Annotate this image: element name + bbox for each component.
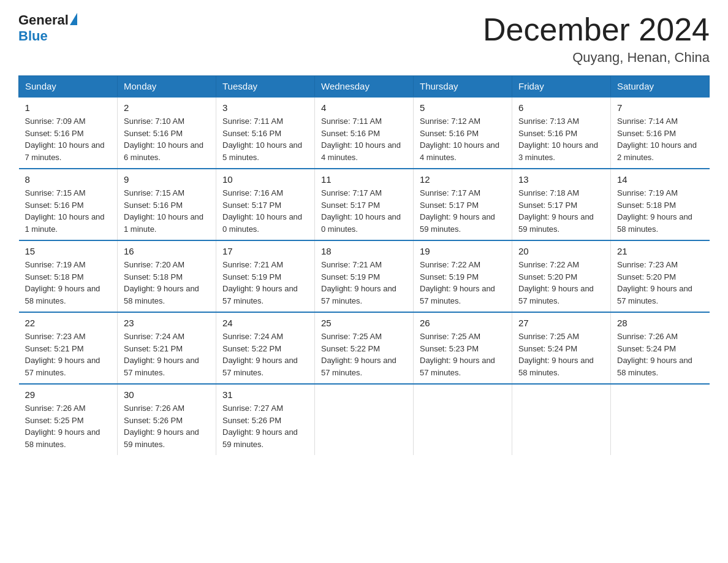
day-info: Sunrise: 7:14 AMSunset: 5:16 PMDaylight:… (617, 117, 697, 162)
calendar-cell: 3Sunrise: 7:11 AMSunset: 5:16 PMDaylight… (216, 97, 315, 169)
logo-blue-text: Blue (18, 28, 48, 44)
day-number: 25 (321, 318, 407, 328)
day-info: Sunrise: 7:22 AMSunset: 5:19 PMDaylight:… (420, 260, 495, 305)
logo: General Blue (18, 12, 77, 44)
day-number: 15 (25, 246, 112, 256)
day-number: 30 (124, 389, 210, 400)
day-number: 7 (617, 102, 703, 113)
day-number: 29 (25, 389, 112, 400)
month-title: December 2024 (483, 12, 710, 47)
calendar-cell: 11Sunrise: 7:17 AMSunset: 5:17 PMDayligh… (315, 169, 414, 240)
day-number: 20 (518, 246, 604, 256)
calendar-week-row: 1Sunrise: 7:09 AMSunset: 5:16 PMDaylight… (19, 97, 710, 169)
day-number: 27 (518, 318, 604, 328)
calendar-cell: 22Sunrise: 7:23 AMSunset: 5:21 PMDayligh… (19, 312, 118, 384)
calendar-cell: 9Sunrise: 7:15 AMSunset: 5:16 PMDaylight… (118, 169, 216, 240)
calendar-cell: 29Sunrise: 7:26 AMSunset: 5:25 PMDayligh… (19, 384, 118, 455)
calendar-cell: 28Sunrise: 7:26 AMSunset: 5:24 PMDayligh… (611, 312, 710, 384)
calendar-cell: 25Sunrise: 7:25 AMSunset: 5:22 PMDayligh… (315, 312, 414, 384)
day-info: Sunrise: 7:18 AMSunset: 5:17 PMDaylight:… (518, 188, 594, 234)
column-header-thursday: Thursday (414, 76, 512, 98)
day-number: 11 (321, 174, 407, 185)
day-info: Sunrise: 7:23 AMSunset: 5:21 PMDaylight:… (25, 332, 100, 377)
calendar-cell: 14Sunrise: 7:19 AMSunset: 5:18 PMDayligh… (611, 169, 710, 240)
calendar-cell: 24Sunrise: 7:24 AMSunset: 5:22 PMDayligh… (216, 312, 315, 384)
day-number: 21 (617, 246, 703, 256)
day-number: 5 (420, 102, 506, 113)
location-title: Quyang, Henan, China (483, 50, 710, 66)
day-info: Sunrise: 7:16 AMSunset: 5:17 PMDaylight:… (222, 188, 302, 234)
day-number: 31 (222, 389, 308, 400)
logo-general-text: General (18, 12, 69, 28)
column-header-wednesday: Wednesday (315, 76, 414, 98)
calendar-cell: 6Sunrise: 7:13 AMSunset: 5:16 PMDaylight… (512, 97, 611, 169)
day-number: 26 (420, 318, 506, 328)
column-header-tuesday: Tuesday (216, 76, 315, 98)
day-number: 18 (321, 246, 407, 256)
calendar-cell: 15Sunrise: 7:19 AMSunset: 5:18 PMDayligh… (19, 240, 118, 312)
day-number: 1 (25, 102, 112, 113)
calendar-cell (414, 384, 512, 455)
day-info: Sunrise: 7:23 AMSunset: 5:20 PMDaylight:… (617, 260, 692, 305)
day-number: 10 (222, 174, 308, 185)
calendar-cell: 27Sunrise: 7:25 AMSunset: 5:24 PMDayligh… (512, 312, 611, 384)
calendar-cell: 26Sunrise: 7:25 AMSunset: 5:23 PMDayligh… (414, 312, 512, 384)
day-info: Sunrise: 7:15 AMSunset: 5:16 PMDaylight:… (124, 188, 203, 234)
day-info: Sunrise: 7:19 AMSunset: 5:18 PMDaylight:… (25, 260, 100, 305)
day-number: 23 (124, 318, 210, 328)
calendar-cell: 5Sunrise: 7:12 AMSunset: 5:16 PMDaylight… (414, 97, 512, 169)
calendar-cell: 7Sunrise: 7:14 AMSunset: 5:16 PMDaylight… (611, 97, 710, 169)
calendar-cell (512, 384, 611, 455)
day-info: Sunrise: 7:25 AMSunset: 5:23 PMDaylight:… (420, 332, 495, 377)
calendar-header-row: SundayMondayTuesdayWednesdayThursdayFrid… (19, 76, 710, 98)
day-number: 4 (321, 102, 407, 113)
title-block: December 2024 Quyang, Henan, China (483, 12, 710, 66)
day-number: 28 (617, 318, 703, 328)
day-number: 16 (124, 246, 210, 256)
calendar-cell: 12Sunrise: 7:17 AMSunset: 5:17 PMDayligh… (414, 169, 512, 240)
calendar-cell: 23Sunrise: 7:24 AMSunset: 5:21 PMDayligh… (118, 312, 216, 384)
day-info: Sunrise: 7:26 AMSunset: 5:26 PMDaylight:… (124, 404, 199, 449)
day-number: 14 (617, 174, 703, 185)
column-header-saturday: Saturday (611, 76, 710, 98)
day-info: Sunrise: 7:21 AMSunset: 5:19 PMDaylight:… (222, 260, 298, 305)
calendar-table: SundayMondayTuesdayWednesdayThursdayFrid… (18, 75, 710, 455)
calendar-cell (611, 384, 710, 455)
day-info: Sunrise: 7:27 AMSunset: 5:26 PMDaylight:… (222, 404, 298, 449)
column-header-friday: Friday (512, 76, 611, 98)
day-info: Sunrise: 7:25 AMSunset: 5:24 PMDaylight:… (518, 332, 594, 377)
day-info: Sunrise: 7:17 AMSunset: 5:17 PMDaylight:… (321, 188, 401, 234)
calendar-cell: 2Sunrise: 7:10 AMSunset: 5:16 PMDaylight… (118, 97, 216, 169)
day-info: Sunrise: 7:19 AMSunset: 5:18 PMDaylight:… (617, 188, 692, 234)
page-header: General Blue December 2024 Quyang, Henan… (18, 12, 710, 66)
day-info: Sunrise: 7:22 AMSunset: 5:20 PMDaylight:… (518, 260, 594, 305)
calendar-cell (315, 384, 414, 455)
day-info: Sunrise: 7:21 AMSunset: 5:19 PMDaylight:… (321, 260, 396, 305)
calendar-week-row: 22Sunrise: 7:23 AMSunset: 5:21 PMDayligh… (19, 312, 710, 384)
calendar-cell: 20Sunrise: 7:22 AMSunset: 5:20 PMDayligh… (512, 240, 611, 312)
day-number: 9 (124, 174, 210, 185)
calendar-week-row: 8Sunrise: 7:15 AMSunset: 5:16 PMDaylight… (19, 169, 710, 240)
day-info: Sunrise: 7:11 AMSunset: 5:16 PMDaylight:… (222, 117, 302, 162)
day-info: Sunrise: 7:25 AMSunset: 5:22 PMDaylight:… (321, 332, 396, 377)
day-info: Sunrise: 7:24 AMSunset: 5:22 PMDaylight:… (222, 332, 298, 377)
calendar-cell: 1Sunrise: 7:09 AMSunset: 5:16 PMDaylight… (19, 97, 118, 169)
column-header-monday: Monday (118, 76, 216, 98)
calendar-cell: 18Sunrise: 7:21 AMSunset: 5:19 PMDayligh… (315, 240, 414, 312)
calendar-week-row: 15Sunrise: 7:19 AMSunset: 5:18 PMDayligh… (19, 240, 710, 312)
day-info: Sunrise: 7:20 AMSunset: 5:18 PMDaylight:… (124, 260, 199, 305)
day-info: Sunrise: 7:09 AMSunset: 5:16 PMDaylight:… (25, 117, 105, 162)
calendar-cell: 4Sunrise: 7:11 AMSunset: 5:16 PMDaylight… (315, 97, 414, 169)
day-info: Sunrise: 7:11 AMSunset: 5:16 PMDaylight:… (321, 117, 401, 162)
calendar-week-row: 29Sunrise: 7:26 AMSunset: 5:25 PMDayligh… (19, 384, 710, 455)
day-info: Sunrise: 7:12 AMSunset: 5:16 PMDaylight:… (420, 117, 499, 162)
calendar-cell: 10Sunrise: 7:16 AMSunset: 5:17 PMDayligh… (216, 169, 315, 240)
logo-triangle-icon (70, 13, 77, 25)
day-info: Sunrise: 7:24 AMSunset: 5:21 PMDaylight:… (124, 332, 199, 377)
day-number: 8 (25, 174, 112, 185)
calendar-cell: 21Sunrise: 7:23 AMSunset: 5:20 PMDayligh… (611, 240, 710, 312)
calendar-cell: 19Sunrise: 7:22 AMSunset: 5:19 PMDayligh… (414, 240, 512, 312)
day-number: 13 (518, 174, 604, 185)
day-number: 6 (518, 102, 604, 113)
day-number: 17 (222, 246, 308, 256)
